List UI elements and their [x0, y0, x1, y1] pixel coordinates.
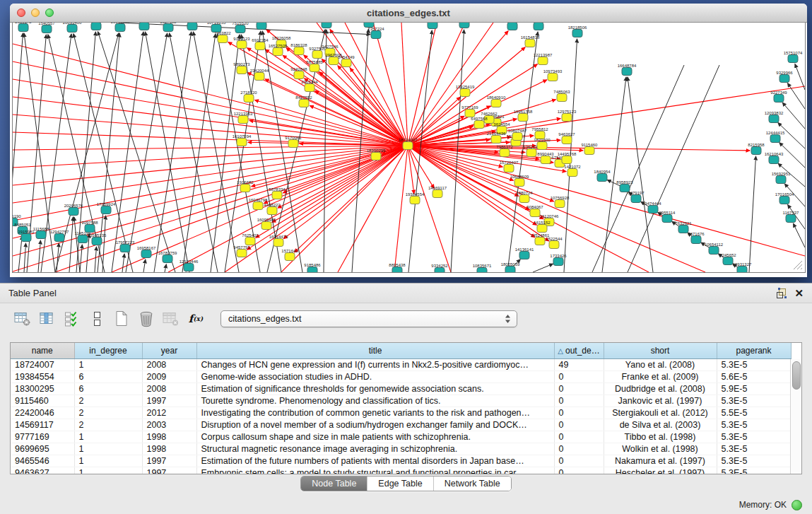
graph-node[interactable]: [460, 89, 470, 97]
graph-node[interactable]: [85, 225, 95, 233]
graph-node[interactable]: [237, 41, 247, 49]
cell-year[interactable]: 1998: [142, 431, 196, 443]
graph-node[interactable]: [187, 23, 197, 30]
cell-in_degree[interactable]: 6: [74, 371, 142, 383]
graph-node[interactable]: [261, 222, 271, 230]
cell-title[interactable]: Genome-wide association studies in ADHD.: [196, 371, 554, 383]
cell-in_degree[interactable]: 1: [74, 431, 142, 443]
cell-in_degree[interactable]: 1: [74, 443, 142, 455]
tab-edge-table[interactable]: Edge Table: [367, 477, 433, 491]
network-window[interactable]: citations_edges.txt 18724007230317215405…: [10, 4, 807, 277]
cell-out_degree[interactable]: 0: [554, 419, 604, 431]
cell-name[interactable]: 19384554: [11, 371, 74, 383]
graph-node[interactable]: [54, 234, 64, 242]
function-builder-button[interactable]: f(x): [186, 310, 206, 328]
graph-node[interactable]: [538, 57, 548, 65]
graph-node[interactable]: [769, 156, 779, 164]
graph-node[interactable]: [770, 135, 780, 143]
graph-node[interactable]: [534, 23, 543, 30]
graph-node[interactable]: [101, 206, 111, 214]
graph-node[interactable]: [548, 74, 558, 81]
graph-node[interactable]: [69, 208, 78, 216]
cell-year[interactable]: 2008: [142, 383, 196, 395]
cell-pagerank[interactable]: 5.3E-5: [717, 419, 791, 431]
graph-node[interactable]: [435, 268, 445, 273]
graph-node[interactable]: [428, 23, 437, 29]
graph-node[interactable]: [549, 241, 559, 249]
cell-pagerank[interactable]: 5.3E-5: [717, 431, 791, 443]
graph-node[interactable]: [163, 24, 173, 32]
graph-node[interactable]: [36, 231, 46, 239]
graph-node[interactable]: [491, 100, 501, 107]
network-graph-svg[interactable]: 1872400723031721540557206914061193217203…: [13, 23, 805, 272]
graph-node[interactable]: [91, 23, 101, 30]
cell-name[interactable]: 18300295: [11, 383, 74, 395]
graph-node[interactable]: [691, 236, 701, 244]
table-scrollbar[interactable]: [790, 359, 801, 474]
table-selector-dropdown[interactable]: citations_edges.txt: [220, 310, 517, 327]
graph-node[interactable]: [371, 31, 381, 39]
table-row[interactable]: 977716911998Corpus callosum shape and si…: [11, 431, 791, 443]
graph-node[interactable]: [519, 195, 529, 203]
graph-node[interactable]: [115, 24, 125, 32]
graph-node[interactable]: [272, 192, 282, 199]
graph-node[interactable]: [341, 59, 351, 67]
graph-node[interactable]: [459, 23, 469, 28]
zoom-window-button[interactable]: [45, 8, 54, 17]
graph-node[interactable]: [244, 95, 254, 103]
select-all-columns-button[interactable]: [62, 310, 82, 328]
cell-name[interactable]: 9115460: [11, 395, 74, 407]
cell-title[interactable]: Tourette syndrome. Phenomenology and cla…: [196, 395, 554, 407]
cell-title[interactable]: Disruption of a novel member of a sodium…: [196, 419, 554, 431]
graph-node[interactable]: [299, 100, 309, 107]
graph-node[interactable]: [403, 142, 413, 150]
graph-node[interactable]: [519, 252, 529, 259]
graph-node[interactable]: [163, 255, 172, 263]
graph-node[interactable]: [329, 57, 339, 65]
cell-name[interactable]: 14569117: [11, 419, 74, 431]
cell-pagerank[interactable]: 5.3E-5: [717, 467, 791, 475]
graph-node[interactable]: [392, 267, 402, 273]
graph-node[interactable]: [562, 114, 572, 122]
cell-name[interactable]: 22420046: [11, 407, 74, 419]
graph-node[interactable]: [92, 238, 102, 245]
graph-node[interactable]: [267, 207, 277, 215]
cell-short[interactable]: Franke et al. (2009): [604, 371, 717, 383]
cell-out_degree[interactable]: 0: [554, 407, 604, 419]
column-header-pagerank[interactable]: pagerank: [717, 343, 791, 359]
cell-year[interactable]: 1997: [142, 395, 196, 407]
graph-node[interactable]: [537, 225, 547, 233]
resize-grip-icon[interactable]: [792, 259, 803, 270]
graph-node[interactable]: [774, 95, 784, 103]
graph-node[interactable]: [254, 73, 264, 81]
cell-title[interactable]: Estimation of significance thresholds fo…: [196, 383, 554, 395]
cell-out_degree[interactable]: 0: [554, 371, 604, 383]
cell-short[interactable]: Nakamura et al. (1997): [604, 455, 717, 467]
graph-node[interactable]: [584, 147, 594, 155]
cell-title[interactable]: Investigating the contribution of common…: [196, 407, 554, 419]
cell-in_degree[interactable]: 2: [74, 419, 142, 431]
cell-in_degree[interactable]: 2: [74, 407, 142, 419]
graph-node[interactable]: [255, 42, 265, 50]
close-panel-icon[interactable]: ✕: [794, 288, 804, 298]
cell-short[interactable]: Jankovic et al. (1997): [604, 395, 717, 407]
graph-node[interactable]: [240, 185, 250, 192]
graph-node[interactable]: [477, 268, 487, 273]
graph-node[interactable]: [67, 25, 77, 33]
graph-node[interactable]: [307, 267, 317, 273]
table-row[interactable]: 946554611997Estimation of the future num…: [11, 455, 791, 467]
cell-name[interactable]: 9699695: [11, 443, 74, 455]
graph-node[interactable]: [235, 25, 245, 33]
tab-network-table[interactable]: Network Table: [434, 477, 511, 491]
graph-node[interactable]: [648, 206, 658, 214]
graph-node[interactable]: [769, 115, 779, 123]
graph-node[interactable]: [567, 169, 577, 177]
table-row[interactable]: 969969511998Structural magnetic resonanc…: [11, 443, 791, 455]
table-row[interactable]: 946362711997Embryonic stem cells: a mode…: [11, 467, 791, 475]
cell-pagerank[interactable]: 5.6E-5: [717, 371, 791, 383]
cell-in_degree[interactable]: 1: [74, 467, 142, 475]
graph-node[interactable]: [257, 23, 266, 30]
graph-node[interactable]: [512, 133, 522, 141]
graph-node[interactable]: [294, 47, 304, 55]
tab-node-table[interactable]: Node Table: [301, 477, 367, 491]
